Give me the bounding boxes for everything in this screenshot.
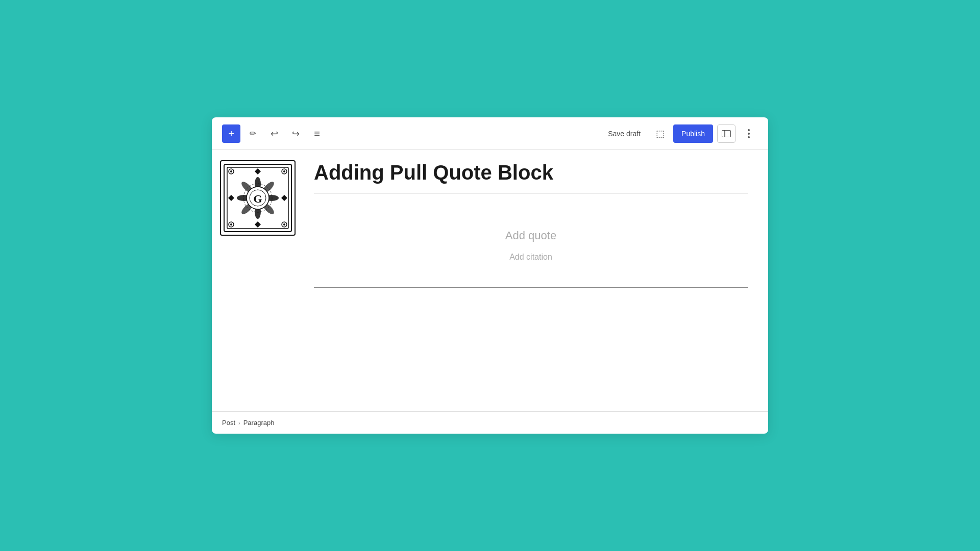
svg-point-9 (230, 223, 232, 226)
editor-body: G Adding Pull Quote Block Add quote Add … (212, 150, 768, 411)
toolbar-right: Save draft ⬚ Publish (602, 124, 758, 143)
post-title[interactable]: Adding Pull Quote Block (314, 160, 748, 185)
breadcrumb-bar: Post › Paragraph (212, 411, 768, 434)
add-quote-placeholder[interactable]: Add quote (505, 229, 556, 242)
add-icon: + (228, 129, 234, 139)
preview-button[interactable]: ⬚ (651, 124, 669, 143)
add-block-button[interactable]: + (222, 124, 240, 143)
pencil-button[interactable]: ✏ (243, 124, 262, 143)
svg-point-5 (230, 170, 232, 172)
pull-quote-bottom-separator (314, 287, 748, 288)
redo-button[interactable]: ↪ (286, 124, 305, 143)
more-icon (748, 129, 750, 138)
toolbar-left: + ✏ ↩ ↪ ≡ (222, 124, 602, 143)
redo-icon: ↪ (292, 128, 300, 139)
add-citation-placeholder[interactable]: Add citation (509, 253, 552, 262)
sidebar-icon (722, 130, 731, 137)
title-separator (314, 193, 748, 193)
preview-icon: ⬚ (656, 128, 665, 139)
site-logo-sidebar: G (212, 150, 304, 411)
site-logo: G (220, 160, 296, 236)
list-icon: ≡ (314, 129, 320, 139)
pull-quote-content: Add quote Add citation (314, 209, 748, 282)
sidebar-toggle-button[interactable] (717, 124, 736, 143)
content-area: Adding Pull Quote Block Add quote Add ci… (304, 150, 768, 411)
save-draft-button[interactable]: Save draft (602, 126, 647, 142)
editor-window: + ✏ ↩ ↪ ≡ Save draft ⬚ Publish (212, 117, 768, 434)
svg-text:G: G (253, 192, 262, 205)
svg-point-11 (283, 223, 285, 226)
undo-button[interactable]: ↩ (265, 124, 283, 143)
undo-icon: ↩ (271, 128, 278, 139)
svg-rect-0 (722, 130, 731, 137)
svg-point-7 (283, 170, 285, 172)
breadcrumb-separator: › (238, 420, 240, 426)
publish-button[interactable]: Publish (673, 124, 713, 143)
pull-quote-block: Add quote Add citation (314, 209, 748, 391)
pencil-icon: ✏ (250, 129, 256, 138)
more-options-button[interactable] (740, 124, 758, 143)
breadcrumb-post[interactable]: Post (222, 419, 235, 427)
list-view-button[interactable]: ≡ (308, 124, 326, 143)
toolbar: + ✏ ↩ ↪ ≡ Save draft ⬚ Publish (212, 117, 768, 150)
breadcrumb-paragraph[interactable]: Paragraph (243, 419, 275, 427)
